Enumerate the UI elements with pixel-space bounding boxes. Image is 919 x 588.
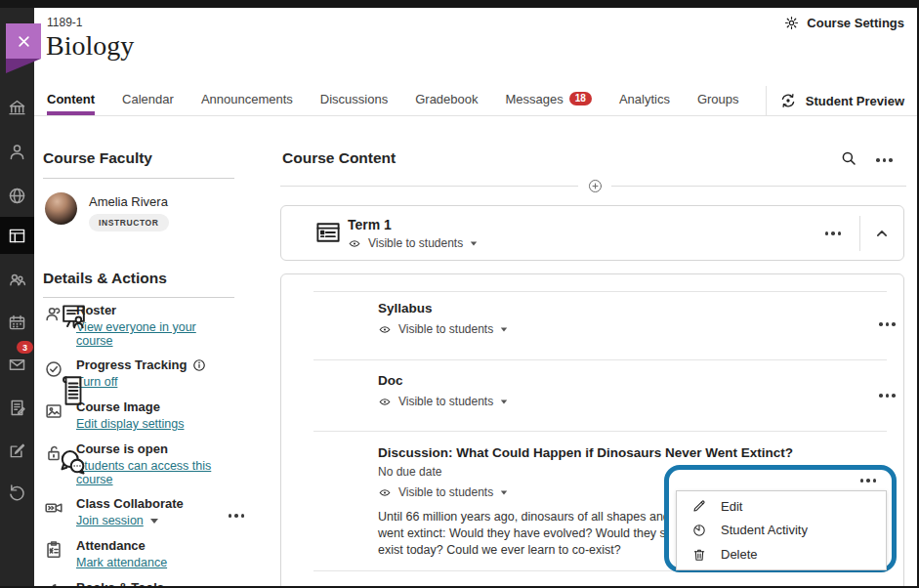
messages-badge: 3 [17,341,33,354]
menu-item-edit[interactable]: Edit [677,494,886,518]
chevron-down-icon [501,490,507,494]
discussion-context-menu: Edit Student Activity Delete [676,490,887,570]
details-actions-title: Details & Actions [43,270,167,287]
row-divider [313,359,887,360]
student-preview-icon [778,92,798,109]
folder-controls-divider [859,216,860,251]
item-visibility-dropdown[interactable]: Visible to students [378,322,508,336]
close-icon[interactable] [6,23,41,59]
doc-row: Doc Visible to students [378,373,508,408]
compose-icon[interactable] [0,434,34,467]
roster-link[interactable]: View everyone in your course [76,320,234,348]
item-visibility-dropdown[interactable]: Visible to students [378,395,508,408]
folder-title[interactable]: Term 1 [348,217,478,232]
course-content-title: Course Content [282,149,396,167]
tab-messages[interactable]: Messages 18 [506,86,592,115]
course-image-title: Course Image [76,399,184,414]
globe-icon[interactable] [0,179,34,212]
eye-icon [378,396,392,408]
course-settings-button[interactable]: Course Settings [783,15,904,31]
course-id: 1189-1 [47,16,82,29]
syllabus-row: Syllabus Visible to students [378,301,508,336]
menu-item-delete[interactable]: Delete [677,543,886,567]
menu-item-student-activity[interactable]: Student Activity [677,519,886,542]
avatar [45,192,77,225]
edit-pencil-icon [691,498,707,514]
tab-discussions[interactable]: Discussions [320,86,388,115]
discussion-description-line: exist today? Could we ever learn to co-e… [378,542,621,559]
course-title: Biology [46,30,134,62]
attendance-clipboard-icon [43,538,64,570]
organizations-icon[interactable] [0,263,34,296]
eye-icon [378,323,392,336]
course-open-title: Course is open [76,441,234,456]
grades-icon[interactable] [0,391,34,424]
discussion-description-line: Until 66 million years ago, dinosaurs of… [378,509,682,525]
calendar-icon[interactable] [0,306,34,339]
gear-icon [783,15,800,31]
messages-count-badge: 18 [569,92,592,105]
tab-calendar[interactable]: Calendar [122,86,174,115]
course-faculty-title: Course Faculty [43,149,152,167]
institution-icon[interactable] [0,91,34,124]
row-divider [313,431,887,432]
profile-icon[interactable] [0,135,34,168]
tab-gradebook[interactable]: Gradebook [415,86,478,115]
discussion-kebab-icon[interactable] [856,475,881,486]
tab-analytics[interactable]: Analytics [619,86,670,115]
course-open-link[interactable]: Students can access this course [76,459,234,486]
join-session-link[interactable]: Join session [76,514,158,527]
content-module-icon [313,218,343,247]
details-divider [43,297,234,298]
course-content-kebab-icon[interactable] [872,154,897,166]
item-title[interactable]: Doc [378,373,508,388]
folder-visibility-dropdown[interactable]: Visible to students [348,236,478,250]
instructor-role-badge: INSTRUCTOR [89,214,169,231]
tab-groups[interactable]: Groups [697,86,739,115]
class-collaborate-title: Class Collaborate [76,496,234,511]
tab-content[interactable]: Content [47,86,95,115]
attendance-link[interactable]: Mark attendance [76,556,167,569]
document-icon [59,372,88,409]
roster-title: Roster [76,303,234,317]
sign-out-icon[interactable] [0,476,34,509]
student-activity-icon [691,523,707,538]
syllabus-icon [59,301,89,334]
courses-icon[interactable] [0,217,34,254]
eye-icon [348,237,361,250]
details-actions-list: Roster View everyone in your course Prog… [43,303,234,588]
chevron-down-icon [150,519,158,524]
detail-item-attendance: Attendance Mark attendance [43,538,234,570]
doc-kebab-icon[interactable] [875,390,899,401]
window-frame-top [0,0,919,8]
instructor-card[interactable]: Amelia Rivera INSTRUCTOR [45,192,169,231]
add-content-button[interactable] [578,177,611,195]
instructor-name: Amelia Rivera [89,194,169,209]
context-menu-highlight: Edit Student Activity Delete [664,465,897,572]
course-settings-label: Course Settings [807,16,904,30]
term-1-folder-card[interactable]: Term 1 Visible to students [280,205,904,261]
progress-tracking-title: Progress Tracking [76,357,187,372]
discussion-description-line: went extinct: Would they have evolved? W… [378,525,678,542]
student-preview-button[interactable]: Student Preview [766,86,917,115]
row-divider [313,291,887,292]
eye-icon [378,486,392,499]
syllabus-kebab-icon[interactable] [875,318,899,330]
messages-icon[interactable]: 3 [0,348,34,381]
course-image-link[interactable]: Edit display settings [76,417,184,431]
detail-item-class-collaborate: Class Collaborate Join session [43,496,234,528]
chevron-down-icon [471,241,477,245]
collaborate-options-kebab-icon[interactable] [225,510,249,522]
info-icon[interactable] [192,358,206,372]
chevron-up-icon[interactable] [872,224,892,243]
item-title[interactable]: Syllabus [378,301,508,315]
chevron-down-icon [501,399,507,403]
item-title[interactable]: Discussion: What Could Happen if Dinosau… [378,445,793,460]
chevron-down-icon [501,327,507,331]
student-preview-label: Student Preview [806,94,904,108]
attendance-title: Attendance [76,538,167,553]
tab-announcements[interactable]: Announcements [201,86,293,115]
collaborate-camera-icon [43,496,64,528]
search-icon[interactable] [840,149,857,167]
folder-kebab-icon[interactable] [821,228,846,239]
